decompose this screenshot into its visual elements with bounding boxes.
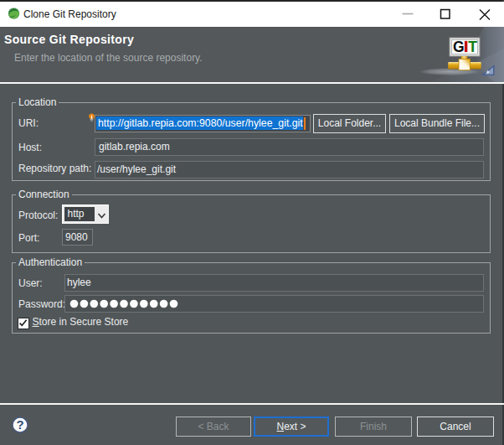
svg-text:T: T: [468, 39, 477, 55]
svg-text:G: G: [453, 39, 465, 55]
svg-text:?: ?: [16, 417, 23, 432]
